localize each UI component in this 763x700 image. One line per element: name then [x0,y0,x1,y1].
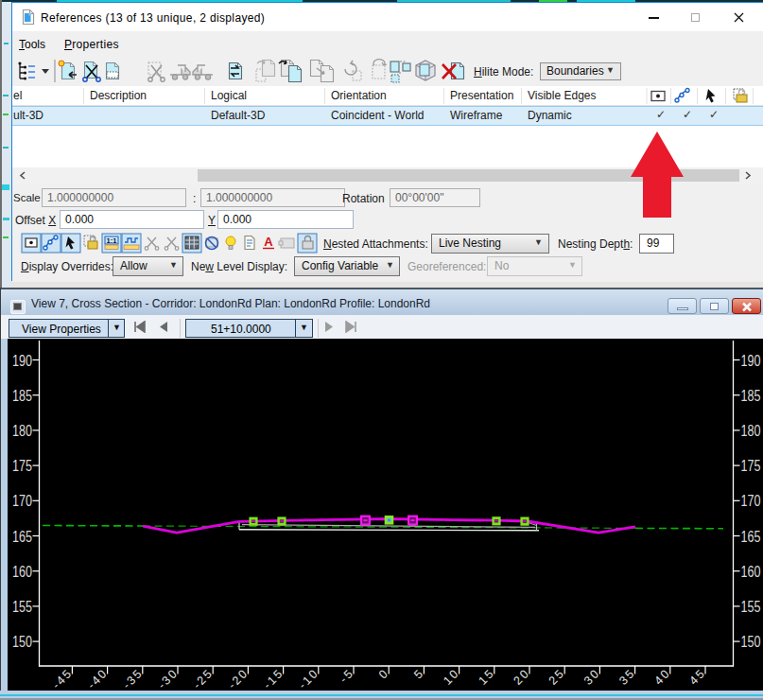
svg-text:185: 185 [12,387,32,405]
svg-text:185: 185 [741,387,761,405]
svg-text:-15: -15 [261,666,286,691]
svg-text:180: 180 [741,422,761,440]
svg-text:155: 155 [12,598,32,616]
svg-text:190: 190 [12,352,32,370]
svg-text:-10: -10 [296,666,321,691]
svg-text:175: 175 [741,457,761,475]
svg-text:0: 0 [376,666,391,681]
svg-text:-30: -30 [155,666,181,691]
svg-text:170: 170 [12,492,32,510]
svg-text:170: 170 [741,492,761,510]
svg-text:155: 155 [741,598,761,616]
svg-text:175: 175 [12,457,32,475]
svg-text:190: 190 [741,352,761,370]
svg-text:A: A [264,235,273,249]
svg-text:-25: -25 [190,666,216,691]
svg-text:-40: -40 [85,666,111,691]
svg-text:180: 180 [12,422,32,440]
svg-text:160: 160 [12,563,32,581]
svg-text:150: 150 [12,633,32,651]
svg-text:-45: -45 [50,666,76,691]
svg-text:5: 5 [411,666,426,681]
svg-text:-35: -35 [120,666,146,691]
svg-text:165: 165 [12,528,32,546]
svg-text:150: 150 [741,633,761,651]
svg-text:1:1: 1:1 [107,236,117,245]
svg-text:165: 165 [741,528,761,546]
svg-text:-20: -20 [226,666,251,691]
svg-text:160: 160 [741,563,761,581]
